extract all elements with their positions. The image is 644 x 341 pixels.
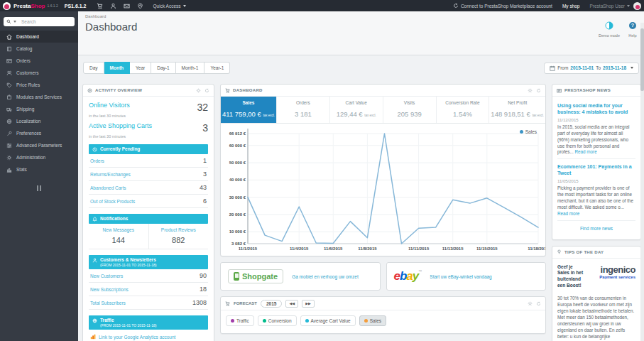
find-more-news-link[interactable]: Find more news (557, 221, 635, 237)
phone-icon (234, 272, 239, 281)
lightbulb-icon (557, 249, 562, 254)
read-more-link[interactable]: Read more (557, 211, 579, 216)
toggle-icon (605, 21, 613, 30)
search-icon (6, 19, 11, 24)
forecast-prev-button[interactable]: ◀◀ (285, 300, 298, 308)
legend-conversion-button[interactable]: Conversion (258, 315, 297, 326)
sidebar-item-advanced-parameters[interactable]: Advanced Parameters (0, 139, 78, 151)
pin-icon[interactable] (137, 3, 143, 9)
sidebar-item-label: Administration (16, 155, 45, 160)
shopgate-banner[interactable]: Shopgate Ga mobiel en verhoog uw omzet (220, 262, 381, 291)
my-shop-link[interactable]: My shop (562, 4, 580, 9)
activity-overview-panel: ACTIVITY OVERVIEW Online Visitors 32 in … (82, 84, 214, 341)
ebay-link[interactable]: Start uw eBay-winkel vandaag (430, 274, 491, 279)
sidebar-item-label: Price Rules (16, 82, 40, 87)
metric-sales[interactable]: Sales 411 759,00 € tax excl. (221, 97, 277, 123)
sidebar-item-shipping[interactable]: Shipping (0, 103, 78, 115)
scrollbar[interactable] (640, 23, 644, 341)
prestashop-news-panel: PRESTASHOP NEWS Using social media for y… (552, 84, 641, 240)
filter-year-button[interactable]: Year (130, 62, 151, 74)
time-range-buttons: Day Month Year Day-1 Month-1 Year-1 (83, 62, 230, 74)
sidebar-item-catalog[interactable]: Catalog (0, 43, 78, 55)
sidebar-item-preferences[interactable]: Preferences (0, 127, 78, 139)
metric-strip: Sales 411 759,00 € tax excl. Orders 3 18… (221, 97, 545, 124)
main-content: Dashboard Dashboard Demo mode ? Help Day… (78, 11, 644, 341)
refresh-icon[interactable] (204, 88, 209, 93)
puzzle-icon (6, 94, 12, 100)
shopgate-logo: Shopgate (228, 269, 283, 283)
cart-icon (225, 88, 230, 93)
demo-mode-toggle[interactable]: Demo mode (599, 20, 620, 38)
svg-text:11/11/2015: 11/11/2015 (408, 247, 430, 251)
legend-sales-button[interactable]: Sales (359, 315, 386, 326)
legend-average-cart-value-button[interactable]: Average Cart Value (300, 315, 356, 326)
refresh-icon[interactable] (536, 88, 541, 93)
sidebar-item-administration[interactable]: Administration (0, 151, 78, 163)
filter-year-1-button[interactable]: Year-1 (204, 62, 230, 74)
scrollbar-thumb[interactable] (640, 28, 644, 91)
new-messages-cell[interactable]: New Messages 144 (89, 224, 149, 249)
calendar-icon (550, 65, 555, 71)
metric-cart-value[interactable]: Cart Value 129,44 € tax excl. (330, 97, 383, 123)
cart-icon[interactable] (97, 3, 103, 9)
gear-icon[interactable] (196, 88, 201, 93)
article-title-link[interactable]: Using social media for your business: 4 … (557, 102, 635, 115)
article-title-link[interactable]: Ecommerce 101: Payments in a Tweet (557, 163, 635, 176)
sidebar-item-localization[interactable]: Localization (0, 115, 78, 127)
active-carts-link[interactable]: Active Shopping Carts (89, 122, 152, 129)
filter-month-button[interactable]: Month (104, 62, 131, 74)
metric-net-profit[interactable]: Net Profit 148 918,51 € tax excl. (489, 97, 545, 123)
sidebar-item-dashboard[interactable]: Dashboard (0, 31, 78, 43)
sidebar-item-label: Shipping (16, 107, 34, 112)
mail-icon[interactable] (124, 3, 130, 9)
bar-chart-icon (6, 167, 12, 173)
legend-traffic-button[interactable]: Traffic (226, 315, 254, 326)
wrench-icon (6, 131, 12, 136)
sidebar-collapse-button[interactable] (35, 185, 43, 191)
search-input[interactable] (20, 18, 72, 25)
user-icon[interactable] (110, 3, 116, 9)
dashboard-panel: DASHBOARD Sales 411 759,00 € tax excl. O… (220, 84, 546, 256)
sidebar-item-price-rules[interactable]: Price Rules (0, 79, 78, 91)
gear-icon[interactable] (528, 301, 533, 306)
quick-access-menu[interactable]: Quick Access (153, 4, 186, 9)
filter-day-1-button[interactable]: Day-1 (151, 62, 175, 74)
forecast-next-button[interactable]: ▶▶ (302, 300, 315, 308)
metric-orders[interactable]: Orders 3 181 (277, 97, 330, 123)
read-more-link[interactable]: Read more (575, 149, 597, 154)
sidebar-item-modules[interactable]: Modules and Services (0, 91, 78, 103)
sidebar-item-orders[interactable]: Orders (0, 55, 78, 67)
online-visitors-link[interactable]: Online Visitors (89, 102, 130, 109)
metric-conversion-rate[interactable]: Conversion Rate 1.54% (437, 97, 490, 123)
sidebar-item-customers[interactable]: Customers (0, 67, 78, 79)
chevron-down-icon[interactable] (13, 21, 16, 23)
sidebar-search[interactable] (4, 17, 75, 26)
avatar[interactable] (633, 2, 641, 10)
user-menu[interactable]: PrestaShop User (590, 4, 631, 9)
brand-version: 1.6.1.2 (47, 4, 58, 8)
currently-pending-header: Currently Pending (89, 144, 208, 154)
breadcrumb[interactable]: Dashboard (85, 14, 644, 18)
google-analytics-link[interactable]: Link to your Google Analytics account (89, 330, 208, 341)
notifications-header: Notifications (89, 214, 208, 224)
tips-of-the-day-panel: TIPS OF THE DAY Geef je Sales in het bui… (552, 246, 641, 341)
shopgate-link[interactable]: Ga mobiel en verhoog uw omzet (292, 274, 359, 279)
forecast-panel: FORECAST 2015 ◀◀ ▶▶ Traffic Conversion A… (220, 296, 546, 334)
refresh-icon[interactable] (536, 301, 541, 306)
chart-legend: Sales (520, 129, 537, 134)
svg-text:11/6/2015: 11/6/2015 (324, 247, 343, 251)
product-reviews-cell[interactable]: Product Reviews 882 (149, 224, 209, 249)
brand-name: PrestaShop (13, 3, 45, 9)
help-button[interactable]: ? Help (628, 20, 637, 38)
gear-icon[interactable] (528, 88, 533, 93)
filter-month-1-button[interactable]: Month-1 (176, 62, 205, 74)
svg-text:10 000 €: 10 000 € (229, 229, 246, 234)
date-range-picker[interactable]: From2015-11-01 To2015-11-18 (544, 63, 639, 74)
metric-visits[interactable]: Visits 205 939 (383, 97, 437, 123)
filter-day-button[interactable]: Day (83, 62, 104, 74)
marketplace-link[interactable]: Connect to PrestaShop Marketplace accoun… (453, 3, 552, 9)
ebay-banner[interactable]: ebay™ Start uw eBay-winkel vandaag (386, 262, 547, 291)
sales-chart: 66 912 €60 000 €50 000 €40 000 €30 000 €… (221, 124, 545, 256)
book-icon (6, 46, 12, 52)
sidebar-item-stats[interactable]: Stats (0, 163, 78, 175)
